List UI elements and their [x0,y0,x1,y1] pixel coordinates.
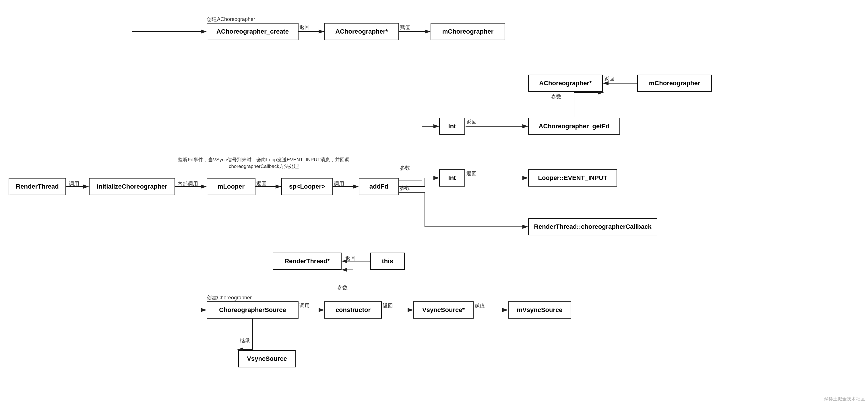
node-int-bottom: Int [439,169,465,187]
label-splooper-to-addfd: 调用 [334,180,344,187]
label-constructor-to-vsyncsourcestar: 返回 [383,302,393,309]
label-vsyncsourcestar-to-mvsyncsource: 赋值 [474,302,485,309]
label-init-to-mlooper: 内部调用 [177,180,198,187]
label-inherit: 继承 [240,337,250,344]
label-create-to-star: 返回 [299,24,310,31]
node-achoreographer-star-top: AChoreographer* [324,23,399,40]
label-addfd-to-int-top: 参数 [400,164,410,172]
label-rt-to-init: 调用 [69,180,79,187]
node-splooper: sp<Looper> [281,178,333,195]
node-renderthread-callback: RenderThread::choreographerCallback [528,218,657,236]
node-mchoreographer-right: mChoreographer [637,74,712,92]
label-mlooper-desc: 监听Fd事件，当VSync信号到来时，会向Loop发送EVENT_INPUT消息… [178,156,350,169]
node-initialize-choreographer: initializeChoreographer [89,178,175,195]
node-constructor: constructor [324,301,382,319]
node-this: this [370,253,405,270]
node-mvsyncsource: mVsyncSource [508,301,571,319]
label-addfd-to-int-bottom: 参数 [400,185,410,191]
node-choreographer-source: ChoreographerSource [207,301,299,319]
label-create-achoreographer: 创建AChoreographer [207,16,255,23]
watermark: @稀土掘金技术社区 [824,396,865,402]
label-mlooper-to-splooper: 返回 [256,180,267,187]
node-mchoreographer-top: mChoreographer [431,23,505,40]
arrows-svg [0,0,868,405]
label-star-to-mchoreographer: 赋值 [400,24,410,31]
node-renderthread-star: RenderThread* [273,253,342,270]
node-achoreographer-star2: AChoreographer* [528,74,603,92]
node-vsyncsource-star: VsyncSource* [413,301,474,319]
label-int-top-to-getfd: 返回 [466,119,477,125]
node-looper-event-input: Looper::EVENT_INPUT [528,169,617,187]
node-int-top: Int [439,118,465,135]
label-star2-param: 参数 [551,93,561,100]
node-vsyncsource: VsyncSource [238,350,296,367]
label-this-to-rt: 返回 [345,255,355,262]
label-constructor-to-rt-param: 参数 [337,284,348,291]
diagram-container: RenderThread initializeChoreographer mLo… [0,0,868,405]
label-create-choreographer: 创建Choreographer [207,294,252,301]
label-cs-to-constructor: 调用 [299,302,310,309]
node-addfd: addFd [359,178,399,195]
node-achoreographer-getfd: AChoreographer_getFd [528,118,620,135]
node-achoreographer-create: AChoreographer_create [207,23,299,40]
label-mchoreographer-right-to-star2: 返回 [604,75,615,82]
node-mlooper: mLooper [207,178,255,195]
label-int-bottom-to-event: 返回 [466,170,477,177]
node-renderthread: RenderThread [9,178,66,195]
